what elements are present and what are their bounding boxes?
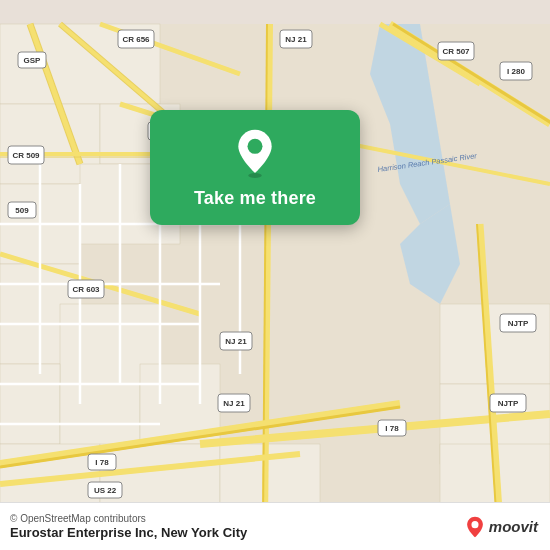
svg-point-85	[248, 173, 261, 178]
svg-text:509: 509	[15, 206, 29, 215]
svg-text:I 78: I 78	[385, 424, 399, 433]
svg-text:NJ 21: NJ 21	[223, 399, 245, 408]
svg-text:NJ 21: NJ 21	[285, 35, 307, 44]
svg-text:NJTP: NJTP	[508, 319, 529, 328]
svg-point-87	[471, 521, 478, 528]
svg-text:I 78: I 78	[95, 458, 109, 467]
bottom-left-info: © OpenStreetMap contributors Eurostar En…	[10, 513, 247, 540]
bottom-bar: © OpenStreetMap contributors Eurostar En…	[0, 502, 550, 550]
location-pin-icon	[230, 128, 280, 178]
map-background: CR 656 NJ 21 CR 507 GSP I 280 CR 509 CR …	[0, 0, 550, 550]
svg-point-86	[248, 139, 263, 154]
navigation-popup: Take me there	[150, 110, 360, 225]
svg-text:US 22: US 22	[94, 486, 117, 495]
svg-text:I 280: I 280	[507, 67, 525, 76]
moovit-brand-name: moovit	[489, 518, 538, 535]
svg-text:CR 509: CR 509	[12, 151, 40, 160]
svg-text:CR 656: CR 656	[122, 35, 150, 44]
osm-attribution: © OpenStreetMap contributors	[10, 513, 247, 524]
take-me-there-button[interactable]: Take me there	[194, 186, 316, 211]
svg-text:CR 603: CR 603	[72, 285, 100, 294]
moovit-logo: moovit	[464, 516, 538, 538]
moovit-pin-icon	[464, 516, 486, 538]
svg-text:GSP: GSP	[24, 56, 42, 65]
location-name: Eurostar Enterprise Inc, New York City	[10, 525, 247, 540]
map-container: CR 656 NJ 21 CR 507 GSP I 280 CR 509 CR …	[0, 0, 550, 550]
svg-text:NJ 21: NJ 21	[225, 337, 247, 346]
svg-text:CR 507: CR 507	[442, 47, 470, 56]
svg-text:NJTP: NJTP	[498, 399, 519, 408]
svg-rect-10	[0, 364, 60, 444]
